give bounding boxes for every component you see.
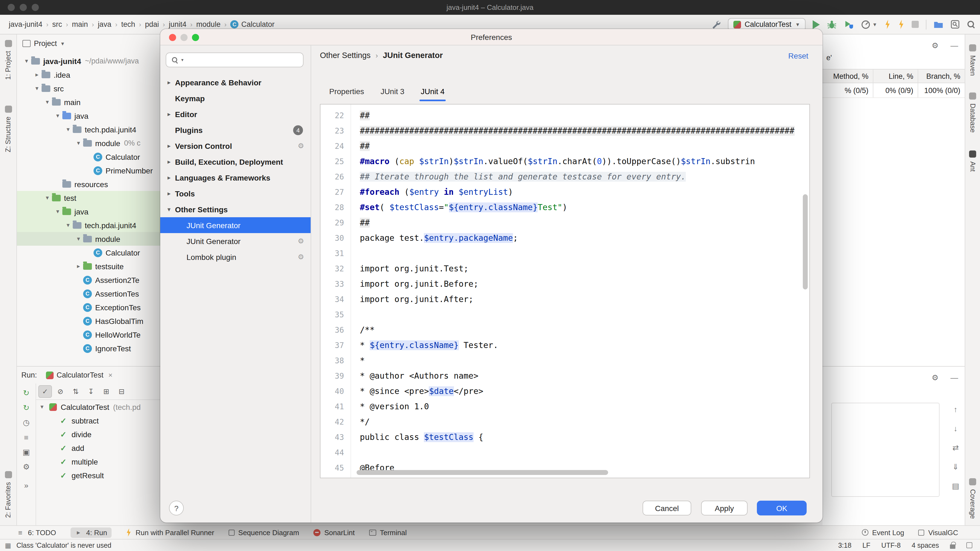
settings-nav-item[interactable]: ▾Other Settings: [160, 201, 310, 217]
code-line[interactable]: public class $testClass {: [351, 430, 810, 445]
code-line[interactable]: [351, 246, 810, 261]
stripe-button-1-project[interactable]: 1: Project: [0, 40, 16, 80]
export-icon[interactable]: ⇓: [952, 462, 959, 471]
code-line[interactable]: #foreach ($entry in $entryList): [351, 185, 810, 200]
toolwindow-button-4-run[interactable]: 4: Run: [70, 527, 111, 538]
settings-nav-item[interactable]: ▸Version Control⚙: [160, 138, 310, 154]
down-icon[interactable]: ↓: [954, 424, 958, 433]
toolwindow-switcher-icon[interactable]: ▦: [5, 541, 11, 549]
chevron-right-icon[interactable]: ▸: [32, 71, 41, 78]
coverage-column-header[interactable]: Method, %: [822, 70, 873, 83]
cancel-button[interactable]: Cancel: [643, 501, 691, 516]
stripe-button-ant[interactable]: Ant: [965, 150, 980, 172]
code-line[interactable]: */: [351, 414, 810, 430]
vertical-scrollbar[interactable]: [803, 194, 808, 290]
breadcrumb-item[interactable]: junit4: [169, 20, 186, 29]
toolwindow-button-event-log[interactable]: Event Log: [862, 528, 904, 537]
breadcrumb-item[interactable]: module: [196, 20, 221, 29]
code-line[interactable]: ##: [351, 215, 810, 230]
status-item[interactable]: LF: [862, 541, 870, 549]
stop-icon[interactable]: ■: [24, 433, 29, 441]
toolwindow-button-sequence-diagram[interactable]: Sequence Diagram: [228, 528, 299, 537]
code-line[interactable]: [351, 445, 810, 460]
chevron-down-icon[interactable]: ▾: [74, 235, 83, 242]
stripe-button-2-favorites[interactable]: 2: Favorites: [0, 471, 16, 518]
rerun-icon[interactable]: ↻: [23, 389, 29, 397]
chevron-down-icon[interactable]: ▾: [53, 208, 62, 215]
toolwindow-button-sonarlint[interactable]: SonarLint: [313, 528, 355, 537]
find-in-files-icon[interactable]: [950, 20, 960, 29]
toolwindow-button-run-with-parallel-runner[interactable]: Run with Parallel Runner: [126, 528, 215, 537]
coverage-column-header[interactable]: Branch, %: [918, 70, 965, 83]
hide-panel-icon[interactable]: —: [950, 373, 958, 382]
chevron-down-icon[interactable]: ▾: [53, 112, 62, 119]
grid-icon[interactable]: ▤: [952, 481, 959, 490]
gear-icon[interactable]: ⚙: [932, 41, 939, 50]
chevron-down-icon[interactable]: ▾: [22, 57, 31, 65]
reset-link[interactable]: Reset: [788, 51, 808, 60]
minimize-window-button[interactable]: [20, 4, 27, 11]
code-line[interactable]: * @author <Authors name>: [351, 368, 810, 384]
settings-nav-item[interactable]: Plugins4: [160, 122, 310, 138]
ok-button[interactable]: OK: [757, 501, 807, 516]
profiler-button[interactable]: ▼: [861, 19, 877, 29]
settings-search[interactable]: ▼: [166, 53, 304, 67]
hide-panel-icon[interactable]: —: [950, 41, 958, 50]
settings-nav-item[interactable]: JUnit Generator⚙: [160, 233, 310, 249]
settings-nav-item[interactable]: ▸Appearance & Behavior: [160, 75, 310, 90]
tab-junit-4[interactable]: JUnit 4: [421, 87, 445, 101]
code-line[interactable]: import org.junit.Test;: [351, 261, 810, 276]
editor-code[interactable]: ########################################…: [351, 105, 810, 478]
chevron-down-icon[interactable]: ▾: [40, 403, 49, 410]
settings-nav-item[interactable]: ▸Build, Execution, Deployment: [160, 154, 310, 170]
close-tab-icon[interactable]: ×: [108, 371, 112, 379]
sort-alphabetically-icon[interactable]: ⇅: [69, 385, 83, 398]
swap-icon[interactable]: ⇄: [952, 443, 959, 452]
code-line[interactable]: * @version 1.0: [351, 399, 810, 414]
notifications-icon[interactable]: [966, 542, 972, 548]
rerun-failed-icon[interactable]: ↻: [23, 404, 29, 411]
stop-button[interactable]: [912, 21, 919, 28]
code-line[interactable]: *: [351, 353, 810, 368]
chevron-down-icon[interactable]: ▾: [43, 99, 52, 106]
gear-icon[interactable]: ⚙: [932, 373, 939, 382]
coverage-table-row[interactable]: % (0/5)0% (0/9)100% (0/0): [822, 83, 965, 98]
code-line[interactable]: [351, 307, 810, 322]
settings-nav-item[interactable]: ▸Tools: [160, 185, 310, 201]
more-icon[interactable]: »: [24, 481, 29, 490]
template-editor[interactable]: 2223242526272829303132333435363738394041…: [320, 104, 810, 478]
code-line[interactable]: package test.$entry.packageName;: [351, 230, 810, 246]
code-line[interactable]: import org.junit.After;: [351, 291, 810, 307]
apply-button[interactable]: Apply: [701, 501, 748, 516]
zoom-dialog-button[interactable]: [192, 33, 199, 41]
code-line[interactable]: /**: [351, 322, 810, 338]
breadcrumb-item[interactable]: tech: [121, 20, 135, 29]
toolwindow-button-visualgc[interactable]: VisualGC: [918, 528, 958, 537]
up-icon[interactable]: ↑: [954, 405, 958, 414]
search-everywhere-icon[interactable]: [967, 20, 975, 29]
code-line[interactable]: ##: [351, 108, 810, 123]
settings-breadcrumb-parent[interactable]: Other Settings: [320, 51, 371, 60]
breadcrumb-item[interactable]: pdai: [145, 20, 159, 29]
status-item[interactable]: 3:18: [838, 541, 851, 549]
code-line[interactable]: import org.junit.Before;: [351, 276, 810, 291]
help-button[interactable]: ?: [169, 501, 184, 516]
project-structure-folder-icon[interactable]: [934, 19, 943, 29]
run-with-coverage-button[interactable]: [844, 19, 854, 29]
settings-nav-item[interactable]: Keymap: [160, 90, 310, 106]
parallel-run-button[interactable]: [898, 20, 905, 29]
tab-properties[interactable]: Properties: [329, 87, 364, 101]
code-line[interactable]: * @since <pre>$date</pre>: [351, 384, 810, 399]
breadcrumb-item[interactable]: java: [98, 20, 111, 29]
chevron-down-icon[interactable]: ▾: [64, 126, 73, 133]
toolwindow-button-terminal[interactable]: Terminal: [369, 528, 407, 537]
history-icon[interactable]: ◷: [23, 419, 30, 426]
breadcrumb-item[interactable]: src: [52, 20, 62, 29]
breadcrumb-item[interactable]: CCalculator: [230, 20, 275, 29]
show-passed-icon[interactable]: ✓: [38, 385, 52, 398]
settings-nav-item[interactable]: JUnit Generator: [160, 217, 310, 233]
hide-ignored-icon[interactable]: ⊘: [54, 385, 67, 398]
breadcrumb-item[interactable]: java-junit4: [9, 20, 42, 29]
code-line[interactable]: ## Iterate through the list and generate…: [351, 169, 810, 185]
close-window-button[interactable]: [8, 4, 15, 11]
